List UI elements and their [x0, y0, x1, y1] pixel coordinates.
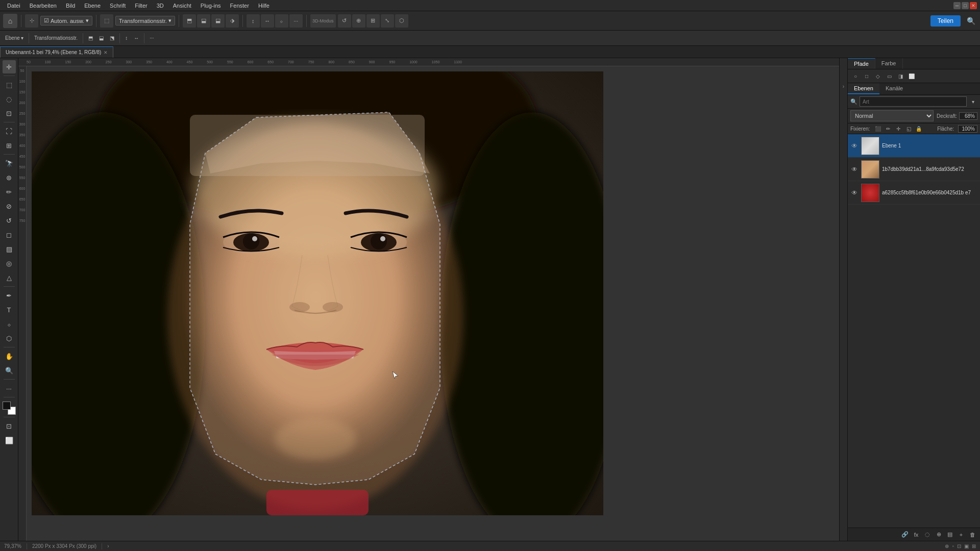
auto-select-dropdown[interactable]: ☑ Autom. ausw. ▾ — [40, 16, 92, 26]
distribute-v-option[interactable]: ↔ — [132, 35, 141, 41]
layer-item-ebene1[interactable]: 👁 Ebene 1 — [848, 134, 980, 158]
panel-collapse[interactable]: › — [839, 58, 847, 541]
share-button[interactable]: Teilen — [930, 15, 961, 27]
text-tool[interactable]: T — [3, 303, 16, 316]
tool-select-btn[interactable]: ⊹ — [25, 14, 38, 28]
layer-fx-square[interactable]: □ — [862, 71, 871, 81]
mask-btn[interactable]: ◌ — [923, 530, 932, 539]
layer-item-red[interactable]: 👁 a6285cc5fb8f61e0b90e66b0425d1b e7 — [848, 181, 980, 205]
more-tools[interactable]: ··· — [3, 382, 16, 395]
lock-pixels-btn[interactable]: ✏ — [884, 124, 892, 133]
align-bottom-option[interactable]: ⬔ — [108, 35, 116, 41]
layer-item-face[interactable]: 👁 1b7dbb39dd21a1...8a9fcda93d5e72 — [848, 158, 980, 181]
distribute-btn[interactable]: ⬗ — [226, 14, 239, 28]
arrange-btn-2[interactable]: ↔ — [261, 14, 274, 28]
transform-option[interactable]: Transformationsstr. — [32, 35, 80, 41]
lock-transparent-btn[interactable]: ⬛ — [874, 124, 882, 133]
blur-tool[interactable]: ◎ — [3, 257, 16, 270]
menu-ansicht[interactable]: Ansicht — [169, 2, 195, 10]
layer-visibility-face[interactable]: 👁 — [850, 165, 859, 173]
layer-option[interactable]: Ebene ▾ — [3, 35, 26, 41]
3d-mode-btn[interactable]: 3D-Modus — [310, 14, 336, 28]
more-btn[interactable]: ··· — [289, 14, 303, 28]
menu-3d[interactable]: 3D — [153, 2, 168, 10]
align-left-btn[interactable]: ⬒ — [183, 14, 196, 28]
align-right-btn[interactable]: ⬓ — [211, 14, 225, 28]
menu-datei[interactable]: Datei — [3, 2, 24, 10]
home-button[interactable]: ⌂ — [3, 14, 17, 28]
lock-all-btn[interactable]: 🔒 — [915, 124, 923, 133]
canvas-scroll[interactable] — [27, 66, 839, 541]
eyedropper-tool[interactable]: 🔭 — [3, 157, 16, 170]
tab-farbe[interactable]: Farbe — [875, 58, 903, 69]
align-middle-option[interactable]: ⬓ — [97, 35, 106, 41]
3d-pan-btn[interactable]: ⊕ — [352, 14, 365, 28]
3d-extra-btn[interactable]: ⬡ — [395, 14, 408, 28]
history-tool[interactable]: ↺ — [3, 214, 16, 227]
tab-ebenen[interactable]: Ebenen — [848, 83, 879, 94]
3d-zoom-btn[interactable]: ⊞ — [366, 14, 380, 28]
menu-hilfe[interactable]: Hilfe — [254, 2, 274, 10]
fill-input[interactable] — [958, 125, 977, 133]
spot-heal-tool[interactable]: ⊛ — [3, 171, 16, 184]
pen-tool[interactable]: ✒ — [3, 289, 16, 302]
hand-tool[interactable]: ✋ — [3, 349, 16, 363]
move-tool[interactable]: ✛ — [3, 60, 16, 73]
dodge-tool[interactable]: △ — [3, 271, 16, 284]
arrange-btn-3[interactable]: ⬦ — [275, 14, 288, 28]
frame-tool[interactable]: ⊞ — [3, 139, 16, 152]
menu-plugins[interactable]: Plug-ins — [197, 2, 225, 10]
layer-fx-circle[interactable]: ○ — [851, 71, 860, 81]
fx-btn[interactable]: fx — [912, 530, 921, 539]
transform-dropdown[interactable]: Transformationsstr. ▾ — [115, 16, 175, 26]
adjustment-btn[interactable]: ⊕ — [934, 530, 943, 539]
brush-tool[interactable]: ✏ — [3, 185, 16, 198]
layer-search-input[interactable] — [860, 96, 967, 107]
layer-fx-diamond[interactable]: ◇ — [873, 71, 883, 81]
3d-scale-btn[interactable]: ⤡ — [381, 14, 394, 28]
menu-schrift[interactable]: Schrift — [106, 2, 130, 10]
layer-visibility-ebene1[interactable]: 👁 — [850, 142, 859, 150]
layer-fx-fill[interactable]: ◨ — [896, 71, 905, 81]
quick-mask-btn[interactable]: ⊡ — [3, 419, 16, 433]
search-icon-btn[interactable]: 🔍 — [965, 15, 977, 27]
lock-artboard-btn[interactable]: ◱ — [904, 124, 913, 133]
maximize-button[interactable]: □ — [962, 2, 969, 9]
align-center-btn[interactable]: ⬓ — [197, 14, 210, 28]
lasso-tool[interactable]: ◌ — [3, 92, 16, 106]
screen-mode-btn[interactable]: ⬜ — [3, 434, 16, 447]
document-tab[interactable]: Unbenannt-1 bei 79,4% (Ebene 1, RGB/8) ✕ — [0, 46, 113, 58]
menu-filter[interactable]: Filter — [131, 2, 151, 10]
menu-bearbeiten[interactable]: Bearbeiten — [26, 2, 61, 10]
gradient-tool[interactable]: ▨ — [3, 242, 16, 256]
eraser-tool[interactable]: ◻ — [3, 228, 16, 241]
new-layer-btn[interactable]: + — [957, 530, 966, 539]
group-btn[interactable]: ▤ — [945, 530, 954, 539]
blend-mode-select[interactable]: Normal Multiplizieren Abblenden Aufhelle… — [850, 110, 934, 121]
delete-layer-btn[interactable]: 🗑 — [968, 530, 977, 539]
transform-btn[interactable]: ⬚ — [100, 14, 113, 28]
path-selection-tool[interactable]: ⬦ — [3, 317, 16, 331]
color-swatches[interactable] — [3, 402, 16, 415]
tab-close-icon[interactable]: ✕ — [104, 50, 108, 55]
tab-pfade[interactable]: Pfade — [848, 58, 875, 69]
foreground-color-swatch[interactable] — [3, 402, 11, 410]
close-button[interactable]: ✕ — [970, 2, 977, 9]
opacity-input[interactable] — [959, 112, 977, 120]
tab-kanaele[interactable]: Kanäle — [879, 83, 909, 94]
lock-position-btn[interactable]: ✛ — [894, 124, 902, 133]
shape-tool[interactable]: ⬡ — [3, 332, 16, 345]
object-selection-tool[interactable]: ⊡ — [3, 107, 16, 120]
menu-ebene[interactable]: Ebene — [80, 2, 105, 10]
extra-option[interactable]: ··· — [148, 35, 156, 41]
crop-tool[interactable]: ⛶ — [3, 124, 16, 138]
layer-fx-stroke[interactable]: ⬜ — [907, 71, 916, 81]
distribute-h-option[interactable]: ↕ — [123, 35, 130, 41]
marquee-tool[interactable]: ⬚ — [3, 78, 16, 91]
zoom-tool[interactable]: 🔍 — [3, 364, 16, 377]
minimize-button[interactable]: ─ — [953, 2, 961, 9]
3d-rotate-btn[interactable]: ↺ — [338, 14, 351, 28]
layer-visibility-red[interactable]: 👁 — [850, 189, 859, 197]
layer-fx-round-rect[interactable]: ▭ — [885, 71, 894, 81]
align-top-option[interactable]: ⬒ — [86, 35, 95, 41]
